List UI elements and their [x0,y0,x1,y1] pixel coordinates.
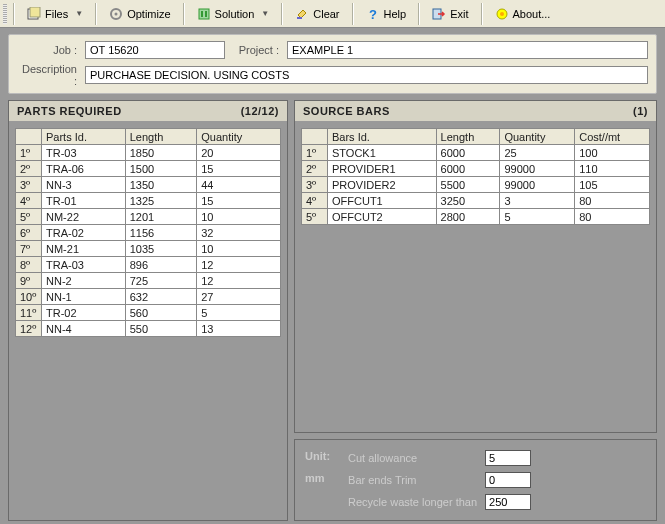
cell-bars-id[interactable]: PROVIDER1 [328,161,437,177]
cell-cost[interactable]: 105 [575,177,650,193]
col-parts-id[interactable]: Parts Id. [42,129,126,145]
cell-length[interactable]: 1850 [125,145,196,161]
table-row[interactable]: 3ºPROVIDER2550099000105 [302,177,650,193]
cell-cost[interactable]: 80 [575,193,650,209]
cut-allowance-input[interactable] [485,450,531,466]
row-number: 5º [302,209,328,225]
cell-quantity[interactable]: 15 [197,161,281,177]
exit-button[interactable]: Exit [423,3,477,25]
cell-quantity[interactable]: 99000 [500,177,575,193]
col-cost[interactable]: Cost//mt [575,129,650,145]
cell-bars-id[interactable]: STOCK1 [328,145,437,161]
cell-quantity[interactable]: 5 [197,305,281,321]
cell-bars-id[interactable]: OFFCUT2 [328,209,437,225]
cell-parts-id[interactable]: NM-22 [42,209,126,225]
table-row[interactable]: 2ºPROVIDER1600099000110 [302,161,650,177]
parts-table[interactable]: Parts Id.LengthQuantity1ºTR-031850202ºTR… [15,128,281,337]
cell-length[interactable]: 1035 [125,241,196,257]
cell-quantity[interactable]: 12 [197,257,281,273]
recycle-input[interactable] [485,494,531,510]
cell-parts-id[interactable]: TRA-02 [42,225,126,241]
description-input[interactable] [85,66,648,84]
cell-bars-id[interactable]: OFFCUT1 [328,193,437,209]
svg-rect-6 [205,11,207,17]
cell-parts-id[interactable]: TR-03 [42,145,126,161]
project-input[interactable] [287,41,648,59]
cell-length[interactable]: 2800 [436,209,500,225]
table-row[interactable]: 7ºNM-21103510 [16,241,281,257]
cell-length[interactable]: 5500 [436,177,500,193]
cell-cost[interactable]: 80 [575,209,650,225]
cell-length[interactable]: 1325 [125,193,196,209]
table-row[interactable]: 5ºOFFCUT22800580 [302,209,650,225]
col-quantity[interactable]: Quantity [197,129,281,145]
job-input[interactable] [85,41,225,59]
cell-length[interactable]: 1156 [125,225,196,241]
cell-parts-id[interactable]: TRA-06 [42,161,126,177]
cell-length[interactable]: 560 [125,305,196,321]
bars-table[interactable]: Bars Id.LengthQuantityCost//mt1ºSTOCK160… [301,128,650,225]
table-row[interactable]: 2ºTRA-06150015 [16,161,281,177]
table-row[interactable]: 10ºNN-163227 [16,289,281,305]
solution-icon [197,7,211,21]
cell-length[interactable]: 6000 [436,161,500,177]
help-button[interactable]: ? Help [357,3,416,25]
about-button[interactable]: About... [486,3,560,25]
cell-length[interactable]: 3250 [436,193,500,209]
cell-parts-id[interactable]: NN-1 [42,289,126,305]
table-row[interactable]: 4ºTR-01132515 [16,193,281,209]
cell-quantity[interactable]: 27 [197,289,281,305]
unit-label: Unit: [305,450,330,462]
cell-quantity[interactable]: 44 [197,177,281,193]
cell-length[interactable]: 550 [125,321,196,337]
cell-parts-id[interactable]: NM-21 [42,241,126,257]
table-row[interactable]: 4ºOFFCUT13250380 [302,193,650,209]
cell-length[interactable]: 1201 [125,209,196,225]
col-length[interactable]: Length [436,129,500,145]
table-row[interactable]: 5ºNM-22120110 [16,209,281,225]
optimize-button[interactable]: Optimize [100,3,179,25]
table-row[interactable]: 12ºNN-455013 [16,321,281,337]
cell-length[interactable]: 896 [125,257,196,273]
cell-length[interactable]: 725 [125,273,196,289]
solution-button[interactable]: Solution ▼ [188,3,279,25]
cell-quantity[interactable]: 32 [197,225,281,241]
cell-bars-id[interactable]: PROVIDER2 [328,177,437,193]
table-row[interactable]: 6ºTRA-02115632 [16,225,281,241]
col-bars-id[interactable]: Bars Id. [328,129,437,145]
cell-cost[interactable]: 100 [575,145,650,161]
clear-button[interactable]: Clear [286,3,348,25]
cell-parts-id[interactable]: NN-3 [42,177,126,193]
table-row[interactable]: 1ºSTOCK1600025100 [302,145,650,161]
table-row[interactable]: 9ºNN-272512 [16,273,281,289]
cell-parts-id[interactable]: NN-4 [42,321,126,337]
table-row[interactable]: 8ºTRA-0389612 [16,257,281,273]
cell-parts-id[interactable]: TRA-03 [42,257,126,273]
cell-quantity[interactable]: 3 [500,193,575,209]
cell-length[interactable]: 6000 [436,145,500,161]
cell-quantity[interactable]: 25 [500,145,575,161]
table-row[interactable]: 1ºTR-03185020 [16,145,281,161]
cell-quantity[interactable]: 5 [500,209,575,225]
parts-panel-header: PARTS REQUIRED (12/12) [9,101,287,122]
cell-quantity[interactable]: 12 [197,273,281,289]
cell-parts-id[interactable]: NN-2 [42,273,126,289]
cell-length[interactable]: 1350 [125,177,196,193]
cell-quantity[interactable]: 13 [197,321,281,337]
files-button[interactable]: Files ▼ [18,3,92,25]
cell-quantity[interactable]: 10 [197,241,281,257]
cell-length[interactable]: 1500 [125,161,196,177]
cell-quantity[interactable]: 10 [197,209,281,225]
cell-length[interactable]: 632 [125,289,196,305]
cell-parts-id[interactable]: TR-01 [42,193,126,209]
col-length[interactable]: Length [125,129,196,145]
col-quantity[interactable]: Quantity [500,129,575,145]
table-row[interactable]: 11ºTR-025605 [16,305,281,321]
bar-trim-input[interactable] [485,472,531,488]
cell-quantity[interactable]: 99000 [500,161,575,177]
cell-cost[interactable]: 110 [575,161,650,177]
cell-parts-id[interactable]: TR-02 [42,305,126,321]
cell-quantity[interactable]: 20 [197,145,281,161]
cell-quantity[interactable]: 15 [197,193,281,209]
table-row[interactable]: 3ºNN-3135044 [16,177,281,193]
